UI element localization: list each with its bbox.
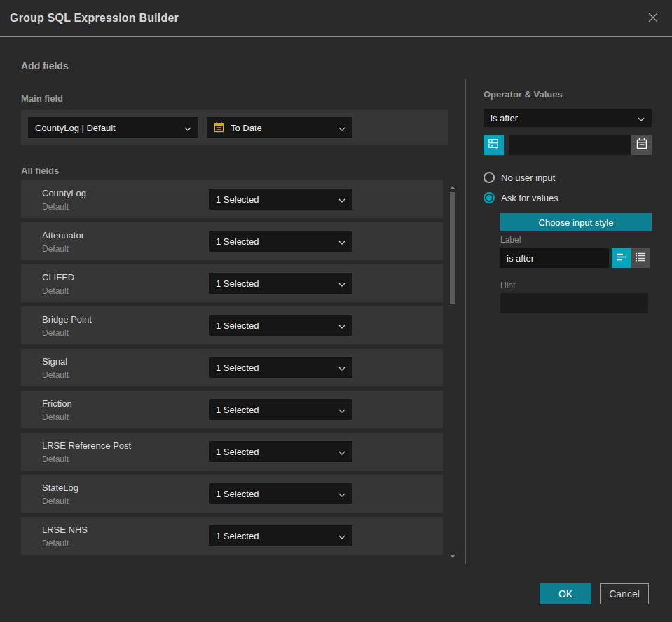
radio-no-user-input[interactable]: No user input [484,172,555,183]
cancel-button[interactable]: Cancel [600,583,649,604]
field-selection-value: 1 Selected [216,489,259,499]
field-subtitle: Default [42,539,69,548]
field-name: Signal [42,356,67,367]
field-name: LRSE NHS [42,525,88,535]
label-input[interactable] [500,248,609,268]
field-selection-dropdown[interactable]: 1 Selected [209,441,352,462]
set-value-from-data-button[interactable] [484,135,504,155]
field-row-attenuator: Attenuator Default 1 Selected [21,222,443,260]
chevron-down-icon [184,123,191,133]
label-caption: Label [500,235,521,245]
chevron-down-icon [338,278,345,289]
scroll-up-icon[interactable] [450,186,455,189]
dialog-title: Group SQL Expression Builder [10,12,179,25]
radio-label: No user input [501,173,555,183]
calendar-gold-icon [214,121,224,135]
field-subtitle: Default [42,370,69,380]
field-subtitle: Default [42,412,69,422]
field-name: CLIFED [42,272,74,283]
chevron-down-icon [338,489,345,499]
operator-dropdown[interactable]: is after [484,109,652,127]
chevron-down-icon [338,405,345,415]
close-icon [646,11,660,27]
dialog-titlebar: Group SQL Expression Builder [0,0,672,37]
calendar-white-icon [636,137,647,152]
chevron-down-icon [338,447,345,457]
field-row-bridge-point: Bridge Point Default 1 Selected [21,306,443,344]
all-fields-label: All fields [21,165,59,176]
field-subtitle: Default [42,496,69,506]
radio-label: Ask for values [501,193,558,203]
field-selection-value: 1 Selected [216,405,259,415]
field-subtitle: Default [42,454,69,464]
field-row-lrse-nhs: LRSE NHS Default 1 Selected [21,517,443,555]
field-selection-dropdown[interactable]: 1 Selected [209,357,352,378]
choose-input-style-button[interactable]: Choose input style [500,213,652,231]
field-subtitle: Default [42,202,69,212]
field-name: Bridge Point [42,314,92,325]
radio-circle-icon [484,172,495,183]
field-name: Attenuator [42,230,84,241]
chevron-down-icon [338,320,345,331]
radio-circle-checked-icon [484,192,495,203]
field-name: CountyLog [42,188,86,198]
hint-caption: Hint [500,280,515,290]
main-field-dropdown[interactable]: CountyLog | Default [28,117,198,138]
chevron-down-icon [638,113,645,123]
field-selection-dropdown[interactable]: 1 Selected [209,189,352,210]
group-sql-expression-builder-dialog: Group SQL Expression Builder Add fields … [0,0,672,622]
panel-divider [465,79,466,564]
add-fields-heading: Add fields [21,60,69,72]
operator-dropdown-value: is after [491,113,518,123]
chevron-down-icon [338,123,345,133]
list-input-style-button[interactable] [631,248,650,268]
field-name: LRSE Reference Post [42,440,131,451]
chevron-down-icon [338,363,345,373]
field-selection-value: 1 Selected [216,236,259,247]
fields-list-scrollbar[interactable] [450,181,455,560]
field-selection-value: 1 Selected [216,531,259,541]
field-selection-dropdown[interactable]: 1 Selected [209,273,352,294]
field-selection-dropdown[interactable]: 1 Selected [209,231,352,252]
field-selection-value: 1 Selected [216,320,259,331]
value-date-input[interactable] [509,135,631,155]
value-stack-icon [488,137,500,152]
field-row-lrse-reference-post: LRSE Reference Post Default 1 Selected [21,433,443,471]
field-selection-value: 1 Selected [216,363,259,373]
field-row-signal: Signal Default 1 Selected [21,349,443,386]
field-selection-dropdown[interactable]: 1 Selected [209,315,352,336]
field-selection-value: 1 Selected [216,447,259,457]
hint-input[interactable] [500,293,648,313]
field-subtitle: Default [42,328,69,338]
field-selection-dropdown[interactable]: 1 Selected [209,525,352,546]
field-row-clifed: CLIFED Default 1 Selected [21,264,443,302]
field-selection-dropdown[interactable]: 1 Selected [209,483,352,504]
radio-ask-for-values[interactable]: Ask for values [484,192,558,203]
field-subtitle: Default [42,244,69,254]
ok-button[interactable]: OK [540,583,591,604]
all-fields-list: CountyLog Default 1 Selected Attenuator … [21,180,443,555]
main-date-dropdown[interactable]: To Date [207,117,352,138]
chevron-down-icon [338,236,345,247]
field-subtitle: Default [42,286,69,296]
field-selection-value: 1 Selected [216,194,259,205]
field-selection-value: 1 Selected [216,278,259,289]
close-button[interactable] [645,11,661,27]
bullet-list-icon [635,252,645,264]
operator-values-heading: Operator & Values [484,89,563,100]
field-row-statelog: StateLog Default 1 Selected [21,475,443,513]
scrollbar-thumb[interactable] [450,192,455,304]
main-field-label: Main field [21,93,63,104]
date-picker-button[interactable] [631,135,652,155]
chevron-down-icon [338,194,345,205]
single-line-input-style-button[interactable] [612,248,631,268]
scroll-down-icon[interactable] [450,555,455,558]
main-field-dropdown-value: CountyLog | Default [35,123,116,133]
align-left-icon [616,252,626,264]
field-row-friction: Friction Default 1 Selected [21,391,443,428]
field-name: Friction [42,398,72,409]
main-date-dropdown-value: To Date [231,123,262,133]
chevron-down-icon [338,531,345,541]
field-selection-dropdown[interactable]: 1 Selected [209,399,352,420]
field-row-countylog: CountyLog Default 1 Selected [21,180,443,218]
